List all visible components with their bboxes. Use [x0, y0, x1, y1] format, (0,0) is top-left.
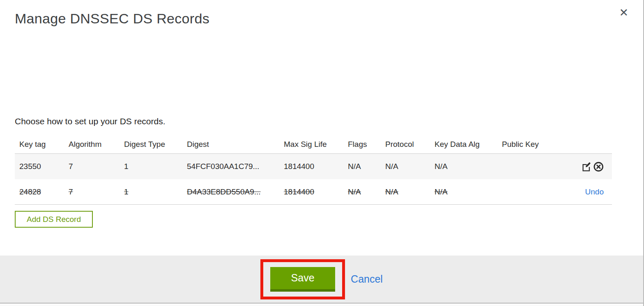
table-header-row: Key tag Algorithm Digest Type Digest Max… [15, 135, 612, 154]
cancel-link[interactable]: Cancel [351, 273, 383, 285]
dnssec-ds-records-modal: Manage DNSSEC DS Records ✕ Choose how to… [0, 0, 644, 306]
save-button[interactable]: Save [270, 267, 335, 292]
cell-max-sig-life: 1814400 [279, 162, 343, 171]
cell-algorithm: 7 [64, 187, 120, 196]
page-title: Manage DNSSEC DS Records [15, 11, 209, 27]
remove-circle-icon[interactable] [593, 161, 604, 172]
cell-key-tag: 23550 [15, 162, 64, 171]
setup-instructions-text: Choose how to set up your DS records. [15, 116, 166, 126]
add-ds-record-button[interactable]: Add DS Record [15, 211, 93, 228]
page-bottom-strip [0, 304, 643, 306]
cell-protocol: N/A [381, 162, 430, 171]
header-key-tag: Key tag [15, 140, 64, 149]
row-actions: Undo [581, 187, 612, 196]
red-annotation-highlight: Save [260, 259, 345, 299]
cell-flags: N/A [343, 187, 381, 196]
header-flags: Flags [343, 140, 381, 149]
undo-link[interactable]: Undo [585, 187, 604, 196]
cell-protocol: N/A [381, 187, 430, 196]
row-actions [581, 161, 612, 172]
header-digest-type: Digest Type [120, 140, 182, 149]
cell-digest: D4A33E8DD550A9... [182, 187, 279, 196]
header-digest: Digest [182, 140, 279, 149]
cell-key-data-alg: N/A [430, 162, 497, 171]
cell-key-tag: 24828 [15, 187, 64, 196]
cell-flags: N/A [343, 162, 381, 171]
cell-max-sig-life: 1814400 [279, 187, 343, 196]
header-algorithm: Algorithm [64, 140, 120, 149]
cell-key-data-alg: N/A [430, 187, 497, 196]
cell-algorithm: 7 [64, 162, 120, 171]
header-public-key: Public Key [497, 140, 581, 149]
modal-footer: Save Cancel [0, 256, 643, 304]
edit-icon[interactable] [581, 161, 592, 172]
header-protocol: Protocol [381, 140, 430, 149]
redacted-domain-name [15, 92, 159, 105]
header-max-sig-life: Max Sig Life [279, 140, 343, 149]
cell-digest-type: 1 [120, 162, 182, 171]
close-icon[interactable]: ✕ [619, 7, 628, 18]
cell-digest: 54FCF030AA1C79... [182, 162, 279, 171]
cell-digest-type: 1 [120, 187, 182, 196]
table-row: 23550 7 1 54FCF030AA1C79... 1814400 N/A … [15, 154, 612, 179]
ds-records-table: Key tag Algorithm Digest Type Digest Max… [15, 135, 612, 205]
table-row-deleted: 24828 7 1 D4A33E8DD550A9... 1814400 N/A … [15, 179, 612, 205]
header-key-data-alg: Key Data Alg [430, 140, 497, 149]
